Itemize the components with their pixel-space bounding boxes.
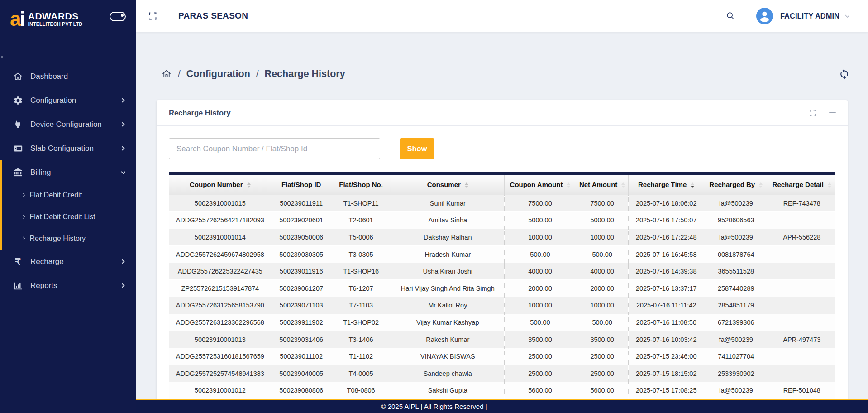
bar-chart-icon: [13, 280, 23, 291]
table-cell: T7-1103: [331, 297, 391, 314]
chevron-down-icon: [121, 169, 126, 174]
brand-logo: ai ADWARDS INTELLITECH PVT LTD: [0, 0, 136, 32]
table-cell: Dakshay Ralhan: [391, 229, 505, 246]
column-header-coupon-number[interactable]: Coupon Number: [169, 175, 272, 195]
column-header-recharge-time[interactable]: Recharge Time: [629, 175, 704, 195]
table-cell: 50023910001015: [169, 195, 272, 212]
table-cell: 7411027704: [704, 348, 768, 365]
sidebar-item-flat-debit-credit-list[interactable]: Flat Debit Credit List: [2, 206, 136, 228]
table-row: ADDG255726225322427435500239011916T1-SHO…: [169, 263, 835, 280]
table-cell: 2025-07-15 23:46:00: [629, 348, 704, 365]
table-cell: 50023910001012: [169, 382, 272, 399]
sidebar-item-flat-debit-credit[interactable]: Flat Debit Credit: [2, 184, 136, 206]
table-cell: T4-0005: [331, 365, 391, 382]
table-cell: [768, 212, 835, 229]
sort-arrows-icon: [247, 182, 251, 188]
sidebar-item-dashboard[interactable]: Dashboard: [0, 64, 136, 88]
table-cell: T2-0601: [331, 212, 391, 229]
card-title: Recharge History: [169, 109, 231, 117]
chevron-down-icon[interactable]: [845, 13, 850, 17]
brand-logo-mark: ai: [10, 10, 24, 28]
table-cell: 3500.00: [505, 331, 576, 348]
column-header-recharged-by[interactable]: Recharged By: [704, 175, 768, 195]
chevron-right-icon: [21, 193, 25, 197]
table-cell: 4000.00: [576, 263, 628, 280]
table-row: 50023910001013500239031406T3-1406Rakesh …: [169, 331, 835, 348]
column-header-recharge-detail[interactable]: Recharge Detail: [768, 175, 835, 195]
sort-arrows-icon: [828, 182, 831, 188]
table-cell: 500.00: [576, 246, 628, 263]
table-cell: [768, 280, 835, 297]
table-cell: T6-1207: [331, 280, 391, 297]
show-button[interactable]: Show: [400, 138, 434, 159]
search-input[interactable]: [169, 138, 380, 159]
sidebar-item-recharge[interactable]: ₹ Recharge: [0, 250, 136, 274]
table-cell: ADDG2557263125658153790: [169, 297, 272, 314]
column-header-coupon-amount[interactable]: Coupon Amount: [505, 175, 576, 195]
table-cell: fa@500239: [704, 229, 768, 246]
table-cell: 500239080806: [272, 382, 331, 399]
card-collapse-icon[interactable]: [829, 112, 836, 114]
table-cell: 2587440289: [704, 280, 768, 297]
sidebar-item-reports[interactable]: Reports: [0, 274, 136, 298]
table-cell: 0081878764: [704, 246, 768, 263]
table-cell: 1000.00: [576, 229, 628, 246]
table-cell: 5600.00: [505, 382, 576, 399]
table-wrap: Coupon NumberFlat/Shop IDFlat/Shop No.Co…: [169, 172, 835, 399]
card-header: Recharge History: [157, 100, 848, 126]
column-header-label: Consumer: [427, 181, 461, 188]
table-cell: [768, 246, 835, 263]
avatar[interactable]: [756, 8, 773, 24]
search-icon[interactable]: [725, 11, 735, 21]
table-cell: 1000.00: [576, 297, 628, 314]
column-header-consumer[interactable]: Consumer: [391, 175, 505, 195]
table-cell: Hari Vijay Singh And Rita Simgh: [391, 280, 505, 297]
sidebar-item-configuration[interactable]: Configuration: [0, 88, 136, 112]
table-cell: 500239911902: [272, 314, 331, 331]
list-icon: [13, 143, 23, 154]
site-name: PARAS SEASON: [178, 11, 248, 21]
breadcrumb-section[interactable]: Configuration: [186, 68, 250, 80]
sidebar-item-device-configuration[interactable]: Device Configuration: [0, 112, 136, 136]
column-header-net-amount[interactable]: Net Amount: [576, 175, 628, 195]
column-header-label: Coupon Amount: [510, 181, 563, 188]
table-cell: ADDG2557263123362296568: [169, 314, 272, 331]
table-cell: 500239031406: [272, 331, 331, 348]
table-cell: Sandeep chawla: [391, 365, 505, 382]
recharge-history-card: Recharge History Show Coupon NumberFlat/…: [157, 100, 848, 413]
table-cell: fa@500239: [704, 195, 768, 212]
table-row: 50023910001014500239050006T5-0006Dakshay…: [169, 229, 835, 246]
breadcrumb-page: Recharge History: [265, 68, 345, 80]
table-cell: 5000.00: [576, 212, 628, 229]
home-icon: [13, 71, 23, 82]
table-cell: 4000.00: [505, 263, 576, 280]
table-cell: 500.00: [505, 314, 576, 331]
sidebar-item-slab-configuration[interactable]: Slab Configuration: [0, 136, 136, 160]
table-row: 50023910001012500239080806T08-0806Sakshi…: [169, 382, 835, 399]
breadcrumb-home-icon[interactable]: [161, 68, 172, 79]
fullscreen-icon[interactable]: [148, 11, 157, 21]
table-cell: ADDG2557262564217182093: [169, 212, 272, 229]
sidebar-toggle-icon[interactable]: [110, 12, 126, 21]
table-cell: T1-SHOP02: [331, 314, 391, 331]
column-header-flat-shop-no-[interactable]: Flat/Shop No.: [331, 175, 391, 195]
card-expand-icon[interactable]: [809, 109, 816, 117]
sort-arrows-icon: [567, 182, 570, 188]
table-cell: 7500.00: [505, 195, 576, 212]
table-cell: [768, 365, 835, 382]
table-cell: T1-1102: [331, 348, 391, 365]
table-header-row: Coupon NumberFlat/Shop IDFlat/Shop No.Co…: [169, 175, 835, 195]
main-content: / Configuration / Recharge History Recha…: [136, 32, 868, 413]
table-row: ADDG2557263123362296568500239911902T1-SH…: [169, 314, 835, 331]
column-header-flat-shop-id[interactable]: Flat/Shop ID: [272, 175, 331, 195]
sidebar-item-billing[interactable]: Billing: [2, 160, 136, 184]
table-row: ADDG2557263125658153790500239071103T7-11…: [169, 297, 835, 314]
table-cell: 500239011911: [272, 195, 331, 212]
brand-tagline: INTELLITECH PVT LTD: [28, 21, 83, 27]
table-cell: ADDG255726225322427435: [169, 263, 272, 280]
refresh-icon[interactable]: [839, 68, 850, 80]
sidebar-item-recharge-history[interactable]: Recharge History: [2, 228, 136, 250]
sidebar-item-label: Slab Configuration: [30, 144, 94, 153]
chevron-right-icon: [120, 122, 125, 127]
sidebar-scroll-dot: [1, 56, 3, 58]
